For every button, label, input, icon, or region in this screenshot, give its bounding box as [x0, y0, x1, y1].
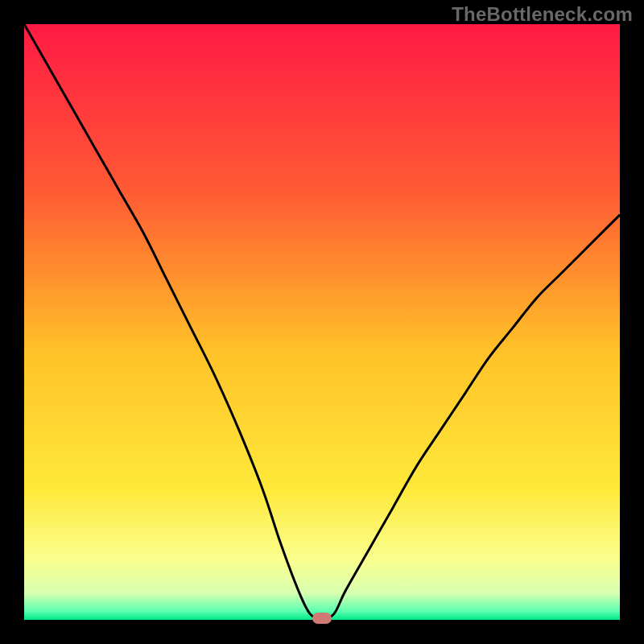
plot-area	[24, 24, 620, 620]
min-marker	[312, 613, 332, 624]
chart-frame: TheBottleneck.com	[0, 0, 644, 644]
watermark-text: TheBottleneck.com	[452, 3, 633, 26]
plot-svg	[24, 24, 620, 620]
gradient-background	[24, 24, 620, 620]
